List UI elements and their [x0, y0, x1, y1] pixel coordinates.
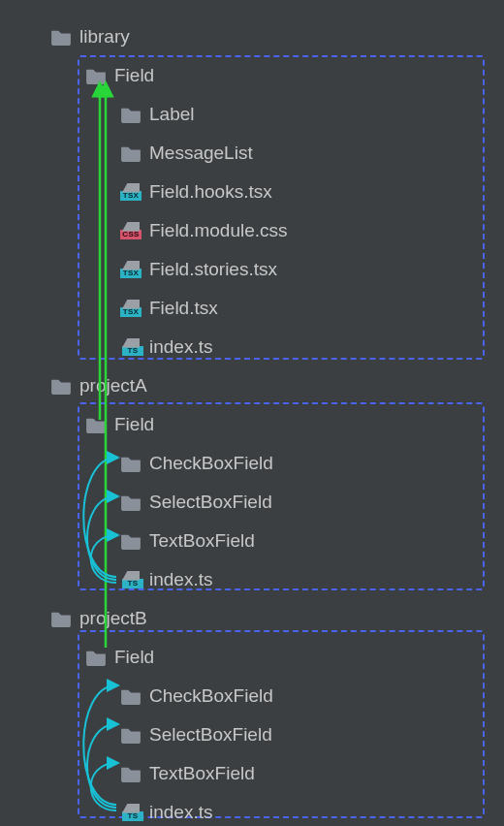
folder-icon	[120, 492, 142, 513]
folder-label: CheckBoxField	[149, 685, 273, 707]
file-label: index.ts	[149, 569, 212, 590]
folder-projectb-field[interactable]: Field	[85, 638, 288, 677]
folder-selectboxfield-a[interactable]: SelectBoxField	[120, 483, 288, 522]
folder-checkboxfield-b[interactable]: CheckBoxField	[120, 677, 288, 715]
folder-icon	[120, 143, 142, 164]
folder-label-item[interactable]: Label	[120, 95, 288, 134]
ts-file-icon: TS	[120, 569, 142, 590]
file-field-stories[interactable]: TSX Field.stories.tsx	[120, 250, 288, 289]
folder-label: library	[79, 26, 130, 48]
folder-label: TextBoxField	[149, 530, 255, 552]
folder-projectb[interactable]: projectB	[50, 599, 288, 638]
file-label: index.ts	[149, 802, 212, 823]
folder-icon	[50, 608, 72, 629]
tsx-file-icon: TSX	[120, 181, 142, 203]
folder-checkboxfield-a[interactable]: CheckBoxField	[120, 444, 288, 483]
folder-label: Field	[114, 65, 154, 86]
folder-icon	[120, 104, 142, 125]
folder-icon	[50, 375, 72, 397]
ts-file-icon: TS	[120, 802, 142, 823]
folder-textboxfield-a[interactable]: TextBoxField	[120, 522, 288, 560]
folder-label: MessageList	[149, 143, 253, 164]
folder-icon	[120, 724, 142, 746]
folder-library-field[interactable]: Field	[85, 56, 288, 95]
tsx-file-icon: TSX	[120, 259, 142, 280]
file-label: Field.tsx	[149, 298, 218, 319]
folder-icon	[85, 414, 107, 435]
folder-label: projectB	[79, 608, 147, 629]
file-projecta-index-ts[interactable]: TS index.ts	[120, 560, 288, 599]
file-label: Field.stories.tsx	[149, 259, 277, 280]
folder-icon	[120, 530, 142, 552]
file-field-hooks[interactable]: TSX Field.hooks.tsx	[120, 173, 288, 211]
css-file-icon: CSS	[120, 220, 142, 241]
folder-label: SelectBoxField	[149, 724, 272, 746]
tsx-file-icon: TSX	[120, 298, 142, 319]
folder-icon	[85, 647, 107, 668]
file-label: Field.hooks.tsx	[149, 181, 272, 203]
file-field-tsx[interactable]: TSX Field.tsx	[120, 289, 288, 328]
file-label: index.ts	[149, 336, 212, 358]
folder-icon	[120, 453, 142, 474]
folder-label: projectA	[79, 375, 147, 397]
folder-projecta[interactable]: projectA	[50, 366, 288, 405]
file-label: Field.module.css	[149, 220, 288, 241]
folder-label: Label	[149, 104, 195, 125]
folder-icon	[120, 685, 142, 707]
folder-icon	[120, 763, 142, 784]
folder-library[interactable]: library	[50, 17, 288, 56]
folder-icon	[50, 26, 72, 48]
ts-file-icon: TS	[120, 336, 142, 358]
file-library-index-ts[interactable]: TS index.ts	[120, 328, 288, 366]
folder-textboxfield-b[interactable]: TextBoxField	[120, 754, 288, 793]
folder-projecta-field[interactable]: Field	[85, 405, 288, 444]
folder-icon	[85, 65, 107, 86]
folder-label: SelectBoxField	[149, 492, 272, 513]
file-projectb-index-ts[interactable]: TS index.ts	[120, 793, 288, 826]
folder-label: Field	[114, 414, 154, 435]
file-tree: library Field Label MessageList TSX Fiel…	[50, 17, 288, 826]
file-field-module-css[interactable]: CSS Field.module.css	[120, 211, 288, 250]
folder-label: Field	[114, 647, 154, 668]
folder-messagelist[interactable]: MessageList	[120, 134, 288, 173]
folder-selectboxfield-b[interactable]: SelectBoxField	[120, 715, 288, 754]
folder-label: TextBoxField	[149, 763, 255, 784]
folder-label: CheckBoxField	[149, 453, 273, 474]
